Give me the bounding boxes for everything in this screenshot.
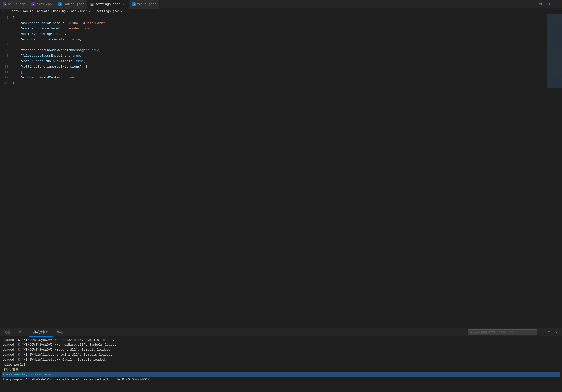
tab-terminal[interactable]: 终端 xyxy=(53,328,67,337)
line-number: 8 xyxy=(0,53,12,59)
tab-exp1-cpp[interactable]: C+ exp1.cpp xyxy=(28,0,55,9)
breadcrumb-user[interactable]: User xyxy=(80,10,88,13)
tab-bar-actions: ⧉ ⊞ ··· xyxy=(537,1,562,8)
svg-text:C+: C+ xyxy=(32,3,35,6)
line-number: 12 xyxy=(0,75,12,80)
terminal-line: Loaded 'C:\MinGW\bin\libgcc_s_dw2-1.dll'… xyxy=(2,352,560,357)
code-line: 4 "editor.wordWrap": "on", xyxy=(0,31,562,37)
breadcrumb-c[interactable]: C: xyxy=(2,10,6,13)
tab-tasks-json[interactable]: {} tasks.json xyxy=(129,0,160,9)
line-content: "workbench.colorTheme": "Visual Studio D… xyxy=(12,21,107,26)
terminal-line: The program 'D:\MyCode\VSCode\hello.exe'… xyxy=(2,377,560,382)
line-content: "settingsSync.ignoredExtensions": [ xyxy=(12,64,88,70)
svg-text:{}: {} xyxy=(91,3,93,6)
split-editor-button[interactable]: ⧉ xyxy=(537,1,544,8)
line-number: 10 xyxy=(0,64,12,70)
code-line: 2 "workbench.colorTheme": "Visual Studio… xyxy=(0,21,562,26)
code-line: 5 "explorer.confirmDelete": false, xyxy=(0,37,562,42)
terminal-content: Loaded 'C:\WINDOWS\SysWOW64\kernel32.dll… xyxy=(0,337,562,392)
code-line: 11 ], xyxy=(0,70,562,75)
line-content: "vsicons.dontShowNewVersionMessage": tru… xyxy=(12,48,101,53)
code-line: 6 xyxy=(0,42,562,48)
line-number: 5 xyxy=(0,37,12,42)
line-content: ], xyxy=(12,70,24,75)
terminal-line: Press any key to continue . . . xyxy=(2,372,560,377)
svg-text:{}: {} xyxy=(58,3,61,6)
cpp-icon: C+ xyxy=(31,2,35,6)
code-line: 1{ xyxy=(0,15,562,21)
minimap xyxy=(547,14,562,88)
code-line: 8 "files.autoGuessEncoding": true, xyxy=(0,53,562,59)
terminal-line: Loaded 'C:\WINDOWS\SysWOW64\kernel32.dll… xyxy=(2,338,560,343)
tab-label: exp1.cpp xyxy=(36,2,52,6)
line-content: "explorer.confirmDelete": false, xyxy=(12,37,82,42)
line-number: 3 xyxy=(0,26,12,31)
tab-bar: C+ hello.cpp C+ exp1.cpp {} launch.json … xyxy=(0,0,562,9)
tab-close-button[interactable]: ✕ xyxy=(122,2,126,6)
filter-lines-icon[interactable]: ☰ xyxy=(538,329,545,335)
tab-launch-json[interactable]: {} launch.json xyxy=(55,0,88,9)
terminal-line: 你好，世界！ xyxy=(2,367,560,372)
breadcrumb: C: › Users › JACPTY › AppData › Roaming … xyxy=(0,9,562,14)
line-number: 2 xyxy=(0,21,12,26)
code-line: 7 "vsicons.dontShowNewVersionMessage": t… xyxy=(0,48,562,53)
code-line: 10 "settingsSync.ignoredExtensions": [ xyxy=(0,64,562,70)
terminal-tabs-bar: 问题 输出 调试控制台 终端 ☰ ⌃ ✕ xyxy=(0,328,562,337)
line-content: "code-runner.runInTerminal": true, xyxy=(12,59,86,64)
line-number: 7 xyxy=(0,48,12,53)
line-number: 13 xyxy=(0,80,12,86)
breadcrumb-roaming[interactable]: Roaming xyxy=(53,10,66,13)
code-lines: 1{2 "workbench.colorTheme": "Visual Stud… xyxy=(0,14,562,86)
close-panel-icon[interactable]: ✕ xyxy=(553,329,560,335)
code-editor[interactable]: 1{2 "workbench.colorTheme": "Visual Stud… xyxy=(0,14,562,328)
svg-text:{}: {} xyxy=(133,3,135,6)
terminal-line: hello,world! xyxy=(2,362,560,367)
line-number: 1 xyxy=(0,15,12,21)
tab-debug-console[interactable]: 调试控制台 xyxy=(29,328,53,337)
tab-problems[interactable]: 问题 xyxy=(0,328,14,337)
terminal-line: Loaded 'C:\MinGW\bin\libstdc++-6.dll'. S… xyxy=(2,357,560,362)
line-content: } xyxy=(12,80,14,86)
tab-hello-cpp[interactable]: C+ hello.cpp xyxy=(0,0,28,9)
more-actions-button[interactable]: ··· xyxy=(553,1,560,8)
terminal-panel: 问题 输出 调试控制台 终端 ☰ ⌃ ✕ Loaded 'C:\WINDOWS\… xyxy=(0,328,562,392)
terminal-line: Loaded 'C:\WINDOWS\SysWOW64\msvcrt.dll'.… xyxy=(2,347,560,352)
json-icon: {} xyxy=(90,3,94,6)
code-line: 13} xyxy=(0,80,562,86)
code-line: 3 "workbench.iconTheme": "vscode-icons", xyxy=(0,26,562,31)
breadcrumb-code[interactable]: Code xyxy=(70,10,77,13)
svg-text:C+: C+ xyxy=(4,3,6,6)
code-line: 12 "window.commandCenter": true xyxy=(0,75,562,80)
tab-label: hello.cpp xyxy=(8,2,25,6)
tab-output[interactable]: 输出 xyxy=(14,328,29,337)
line-content: "window.commandCenter": true xyxy=(12,75,74,80)
breadcrumb-jacpty[interactable]: JACPTY xyxy=(23,10,33,13)
tab-label: settings.json xyxy=(95,2,120,6)
line-number: 6 xyxy=(0,42,12,48)
breadcrumb-appdata[interactable]: AppData xyxy=(37,10,49,13)
line-content: "files.autoGuessEncoding": true, xyxy=(12,53,82,59)
editor-area: 1{2 "workbench.colorTheme": "Visual Stud… xyxy=(0,14,562,328)
json-icon: {} xyxy=(58,2,62,6)
line-content: "workbench.iconTheme": "vscode-icons", xyxy=(12,26,94,31)
filter-input[interactable] xyxy=(468,329,537,335)
json-icon: {} xyxy=(132,2,136,6)
tab-label: tasks.json xyxy=(137,2,156,6)
line-number: 11 xyxy=(0,70,12,75)
tab-settings-json[interactable]: {} settings.json ✕ xyxy=(87,0,129,9)
line-number: 9 xyxy=(0,59,12,64)
line-content: "editor.wordWrap": "on", xyxy=(12,31,66,37)
line-number: 4 xyxy=(0,31,12,37)
cpp-icon: C+ xyxy=(3,2,6,6)
collapse-panel-icon[interactable]: ⌃ xyxy=(546,329,552,335)
layout-button[interactable]: ⊞ xyxy=(545,1,552,8)
terminal-line: Loaded 'C:\WINDOWS\SysWOW64\KernelBase.d… xyxy=(2,343,560,347)
code-line: 9 "code-runner.runInTerminal": true, xyxy=(0,59,562,64)
breadcrumb-file[interactable]: {} settings.json xyxy=(91,10,120,13)
terminal-tab-actions: ☰ ⌃ ✕ xyxy=(468,329,562,335)
line-content: { xyxy=(12,15,14,21)
tab-label: launch.json xyxy=(63,2,84,6)
breadcrumb-users[interactable]: Users xyxy=(10,10,19,13)
breadcrumb-ellipsis[interactable]: ... xyxy=(123,10,129,13)
